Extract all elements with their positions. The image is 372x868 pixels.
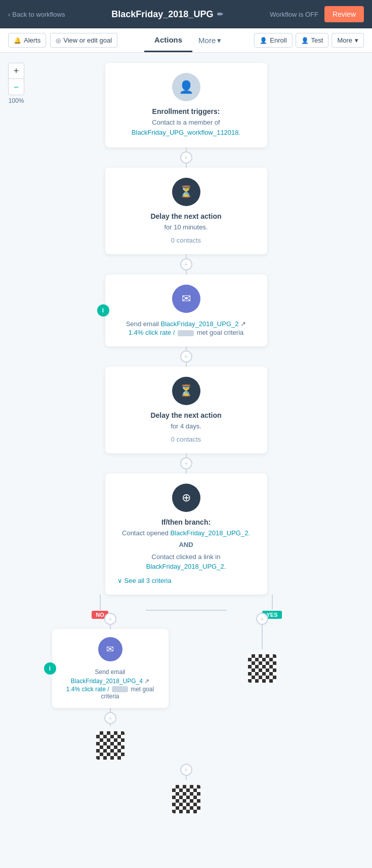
branch-left-line-v [100, 595, 101, 610]
branch-labels: NO YES [55, 611, 318, 619]
add-step-3[interactable]: + [180, 350, 192, 363]
see-all-criteria[interactable]: ∨ See all 3 criteria [117, 577, 255, 584]
enrollment-title: Enrollment triggers: [117, 107, 255, 115]
delay1-title: Delay the next action [117, 212, 255, 220]
edit-icon[interactable]: ✏ [217, 10, 223, 18]
back-label: Back to workflows [12, 11, 65, 18]
tab-more[interactable]: More ▾ [192, 28, 227, 52]
toolbar: 🔔 Alerts ◎ View or edit goal Actions Mor… [0, 28, 372, 53]
zoom-in-button[interactable]: + [8, 63, 24, 79]
header: ‹ Back to workflows BlackFriday_2018_UPG… [0, 0, 372, 28]
external-link-icon-2: ↗ [144, 678, 149, 685]
add-step-2[interactable]: + [180, 258, 192, 270]
yes-arm: + [206, 619, 318, 760]
view-goal-label: View or edit goal [63, 36, 112, 44]
email2-icon-circle: ✉ [98, 637, 122, 661]
delay1-node: ⏳ Delay the next action for 10 minutes. … [105, 168, 267, 254]
back-to-workflows-link[interactable]: ‹ Back to workflows [8, 11, 65, 18]
delay2-duration: for 4 days. [117, 421, 255, 431]
external-link-icon: ↗ [240, 320, 246, 328]
delay1-duration: for 10 minutes. [117, 222, 255, 232]
no-label-wrapper: NO [55, 611, 146, 619]
connector-4: + [180, 453, 192, 474]
branch-icon: ⊕ [182, 491, 191, 504]
branch-split-wrapper: NO YES + i ✉ [45, 595, 328, 760]
email1-link[interactable]: BlackFriday_2018_UPG_2 [161, 320, 239, 328]
blurred-end-left [96, 731, 125, 760]
hourglass-icon: ⏳ [179, 185, 193, 199]
chevron-down-icon: ▾ [355, 36, 358, 44]
blurred-value-1 [178, 330, 194, 336]
email1-content: Send email BlackFriday_2018_UPG_2 ↗ [117, 319, 255, 329]
delay2-contacts: 0 contacts [117, 436, 255, 443]
connector-3: + [180, 346, 192, 367]
bottom-connector: + [172, 770, 200, 813]
enrollment-node: 👤 Enrollment triggers: Contact is a memb… [105, 63, 267, 147]
email1-stat: 1.4% click rate / met goal criteria [117, 329, 255, 336]
alerts-button[interactable]: 🔔 Alerts [8, 33, 46, 48]
add-step-bottom[interactable]: + [180, 764, 192, 776]
email1-prefix: Send email [126, 320, 159, 328]
more-button[interactable]: More ▾ [332, 33, 364, 48]
branch-left-connector [55, 595, 146, 610]
workflow-title: BlackFriday_2018_UPG ✏ [71, 9, 264, 20]
blurred-value-2 [112, 686, 128, 692]
enrollment-line1: Contact is a member of [117, 117, 255, 128]
workflow-status: Workflow is OFF [270, 11, 318, 18]
enroll-button[interactable]: 👤 Enroll [254, 33, 292, 48]
branch-h-container [55, 595, 318, 611]
zoom-level: 100% [9, 97, 24, 104]
canvas: + − 100% 👤 Enrollment triggers: Contact … [0, 53, 372, 868]
branch-right-connector [227, 595, 318, 610]
email2-link[interactable]: BlackFriday_2018_UPG_4 [71, 678, 143, 685]
branch-link1[interactable]: BlackFriday_2018_UPG_2. [170, 529, 250, 537]
delay2-node: ⏳ Delay the next action for 4 days. 0 co… [105, 367, 267, 453]
view-goal-button[interactable]: ◎ View or edit goal [50, 33, 117, 48]
workflow-column: 👤 Enrollment triggers: Contact is a memb… [0, 63, 372, 813]
add-step-1[interactable]: + [180, 151, 192, 164]
review-button[interactable]: Review [324, 6, 364, 22]
add-step-4[interactable]: + [180, 457, 192, 469]
add-step-no-2[interactable]: + [104, 712, 116, 724]
branch-icon-circle: ⊕ [172, 484, 200, 512]
person-icon: 👤 [260, 37, 267, 44]
branch-line1: Contact opened BlackFriday_2018_UPG_2. [117, 528, 255, 538]
bell-icon: 🔔 [14, 37, 21, 44]
no-arm: + i ✉ Send email BlackFriday_2018_UPG_4 … [55, 619, 166, 760]
email2-icon: ✉ [106, 644, 114, 655]
enrollment-link[interactable]: BlackFriday_UPG_workflow_112018. [117, 128, 255, 138]
chevron-down-icon-2: ∨ [117, 577, 122, 584]
alerts-label: Alerts [24, 36, 40, 44]
zoom-out-button[interactable]: − [8, 79, 24, 95]
target-icon: ◎ [56, 37, 61, 44]
delay2-icon-circle: ⏳ [172, 377, 200, 405]
email2-stat: 1.4% click rate / met goal criteria [62, 686, 158, 700]
chevron-down-icon: ▾ [217, 36, 221, 45]
connector-2: + [180, 254, 192, 274]
add-step-no[interactable]: + [104, 613, 116, 625]
connector-1: + [180, 147, 192, 168]
chevron-left-icon: ‹ [8, 11, 10, 18]
blurred-end-right [248, 654, 276, 683]
test-label: Test [311, 36, 323, 44]
delay1-icon-circle: ⏳ [172, 178, 200, 206]
email-icon: ✉ [182, 292, 191, 305]
branch-title: If/then branch: [117, 518, 255, 526]
tab-actions[interactable]: Actions [144, 28, 192, 52]
branch-and: AND [117, 540, 255, 550]
right-toolbar: 👤 Enroll 👤 Test More ▾ [254, 33, 364, 48]
yes-label-wrapper: YES [227, 611, 318, 619]
branch-right-line-v [272, 595, 273, 610]
tab-group: Actions More ▾ [121, 28, 250, 52]
person-icon-circle: 👤 [172, 73, 200, 101]
email2-node: i ✉ Send email BlackFriday_2018_UPG_4 ↗ … [52, 629, 169, 708]
flask-icon: 👤 [301, 37, 309, 44]
test-button[interactable]: 👤 Test [296, 33, 329, 48]
email1-icon-circle: ✉ [172, 285, 200, 313]
add-step-yes[interactable]: + [256, 613, 268, 625]
branch-node: ⊕ If/then branch: Contact opened BlackFr… [105, 474, 267, 595]
branch-line2: Contact clicked a link in [117, 552, 255, 562]
zoom-controls: + − 100% [8, 63, 24, 104]
delay1-contacts: 0 contacts [117, 236, 255, 244]
delay2-title: Delay the next action [117, 411, 255, 419]
